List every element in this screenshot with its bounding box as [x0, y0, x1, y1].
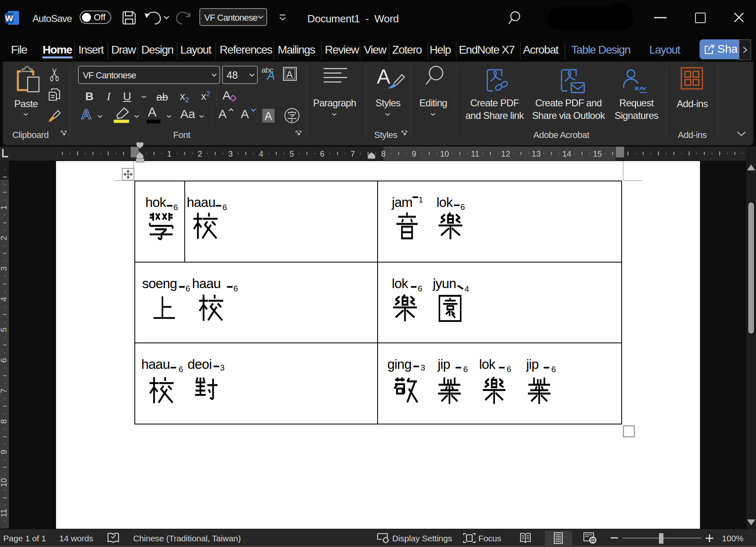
svg-text:7: 7 — [0, 389, 8, 393]
svg-text:1: 1 — [167, 149, 172, 158]
svg-text:10: 10 — [440, 149, 449, 158]
svg-text:14: 14 — [562, 149, 571, 158]
svg-text:5: 5 — [289, 149, 294, 158]
svg-text:11: 11 — [0, 509, 8, 517]
svg-text:7: 7 — [350, 149, 355, 158]
svg-text:2: 2 — [0, 236, 8, 240]
svg-text:12: 12 — [501, 149, 510, 158]
svg-text:6: 6 — [0, 358, 8, 362]
svg-text:4: 4 — [0, 297, 8, 301]
svg-text:11: 11 — [471, 149, 480, 158]
svg-text:5: 5 — [0, 327, 8, 332]
svg-text:8: 8 — [381, 149, 386, 158]
svg-text:15: 15 — [593, 149, 602, 158]
svg-text:1: 1 — [0, 205, 8, 210]
svg-text:3: 3 — [0, 267, 8, 271]
svg-text:10: 10 — [0, 478, 8, 487]
svg-text:W: W — [5, 13, 13, 23]
svg-text:13: 13 — [532, 149, 541, 158]
svg-text:9: 9 — [412, 149, 416, 158]
svg-text:2: 2 — [198, 149, 202, 158]
svg-text:3: 3 — [228, 149, 233, 158]
svg-text:8: 8 — [0, 419, 8, 424]
svg-text:4: 4 — [259, 149, 263, 158]
svg-text:9: 9 — [0, 450, 8, 454]
svg-text:6: 6 — [320, 149, 324, 158]
